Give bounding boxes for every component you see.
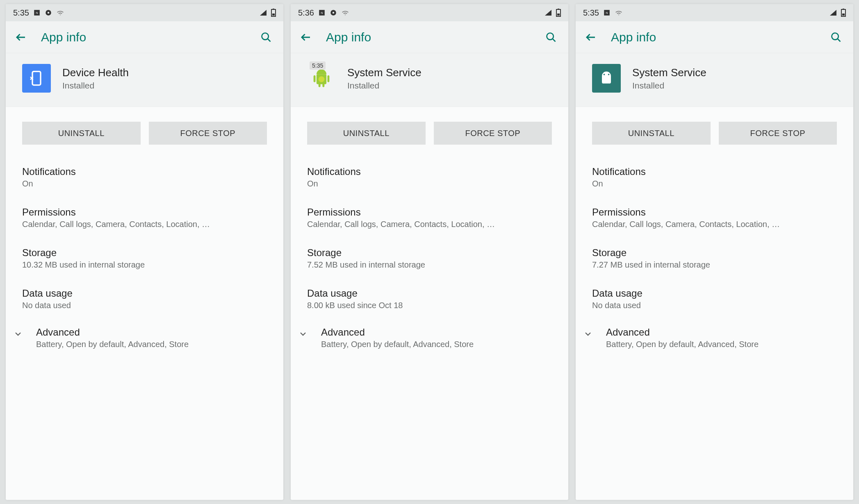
svg-point-28: [832, 33, 838, 39]
chevron-down-icon: [298, 329, 309, 339]
svg-text:N: N: [606, 11, 608, 15]
page-title: App info: [611, 30, 830, 44]
app-bar: App info: [6, 21, 283, 53]
status-bar: 5:35 N: [576, 4, 853, 21]
svg-rect-18: [314, 75, 316, 82]
back-button[interactable]: [15, 31, 29, 43]
item-subtitle: 7.52 MB used in internal storage: [307, 260, 552, 270]
app-icon: [22, 64, 51, 93]
app-header: Device Health Installed: [6, 53, 283, 107]
force-stop-button[interactable]: FORCE STOP: [719, 122, 837, 145]
svg-rect-6: [272, 14, 275, 16]
item-title: Data usage: [307, 288, 552, 299]
item-subtitle: 8.00 kB used since Oct 18: [307, 301, 552, 310]
advanced-item[interactable]: Advanced Battery, Open by default, Advan…: [6, 319, 283, 358]
back-button[interactable]: [300, 31, 314, 43]
permissions-item[interactable]: Permissions Calendar, Call logs, Camera,…: [6, 198, 283, 238]
app-header: System Service Installed: [576, 53, 853, 107]
status-bar: 5:36 N: [291, 4, 568, 21]
force-stop-button[interactable]: FORCE STOP: [149, 122, 267, 145]
app-icon: [592, 64, 621, 93]
item-subtitle: 7.27 MB used in internal storage: [592, 260, 837, 270]
item-title: Permissions: [307, 207, 552, 218]
uninstall-button[interactable]: UNINSTALL: [307, 122, 426, 145]
battery-icon: [271, 9, 276, 17]
wifi-icon: [615, 9, 623, 16]
item-subtitle: Battery, Open by default, Advanced, Stor…: [606, 340, 837, 349]
nfc-icon: N: [33, 9, 41, 16]
data-usage-item[interactable]: Data usage No data used: [6, 279, 283, 319]
item-title: Storage: [22, 247, 267, 259]
action-buttons: UNINSTALL FORCE STOP: [576, 107, 853, 155]
icon-time-badge: 5:35: [310, 61, 326, 70]
item-subtitle: Calendar, Call logs, Camera, Contacts, L…: [592, 220, 837, 229]
item-subtitle: 10.32 MB used in internal storage: [22, 260, 267, 270]
action-buttons: UNINSTALL FORCE STOP: [6, 107, 283, 155]
svg-rect-8: [32, 71, 41, 85]
search-button[interactable]: [260, 32, 274, 43]
data-usage-item[interactable]: Data usage 8.00 kB used since Oct 18: [291, 279, 568, 319]
storage-item[interactable]: Storage 7.27 MB used in internal storage: [576, 238, 853, 279]
app-status: Installed: [632, 81, 706, 91]
storage-item[interactable]: Storage 10.32 MB used in internal storag…: [6, 238, 283, 279]
status-time: 5:36: [298, 8, 314, 18]
permissions-item[interactable]: Permissions Calendar, Call logs, Camera,…: [576, 198, 853, 238]
svg-rect-19: [328, 75, 330, 82]
item-subtitle: No data used: [592, 301, 837, 310]
item-subtitle: Battery, Open by default, Advanced, Stor…: [321, 340, 552, 349]
uninstall-button[interactable]: UNINSTALL: [22, 122, 141, 145]
item-subtitle: Calendar, Call logs, Camera, Contacts, L…: [307, 220, 552, 229]
storage-item[interactable]: Storage 7.52 MB used in internal storage: [291, 238, 568, 279]
signal-icon: [260, 9, 267, 16]
settings-list: Notifications On Permissions Calendar, C…: [6, 155, 283, 500]
svg-point-7: [262, 33, 269, 39]
app-header: 5:35 System Service Installed: [291, 53, 568, 107]
item-title: Advanced: [321, 327, 552, 338]
permissions-item[interactable]: Permissions Calendar, Call logs, Camera,…: [291, 198, 568, 238]
advanced-item[interactable]: Advanced Battery, Open by default, Advan…: [291, 319, 568, 358]
item-title: Notifications: [22, 166, 267, 177]
item-subtitle: On: [22, 179, 267, 188]
signal-icon: [829, 9, 837, 16]
back-button[interactable]: [585, 31, 599, 43]
item-title: Advanced: [36, 327, 267, 338]
svg-point-12: [333, 12, 335, 14]
svg-rect-20: [319, 83, 321, 87]
notifications-item[interactable]: Notifications On: [576, 157, 853, 198]
data-usage-item[interactable]: Data usage No data used: [576, 279, 853, 319]
svg-rect-21: [322, 83, 324, 87]
item-title: Notifications: [307, 166, 552, 177]
chevron-down-icon: [583, 329, 594, 339]
advanced-item[interactable]: Advanced Battery, Open by default, Advan…: [576, 319, 853, 358]
item-title: Storage: [592, 247, 837, 259]
uninstall-button[interactable]: UNINSTALL: [592, 122, 711, 145]
battery-icon: [841, 9, 846, 17]
notifications-item[interactable]: Notifications On: [6, 157, 283, 198]
force-stop-button[interactable]: FORCE STOP: [434, 122, 552, 145]
svg-point-22: [319, 76, 325, 82]
search-button[interactable]: [545, 32, 559, 43]
settings-list: Notifications On Permissions Calendar, C…: [576, 155, 853, 500]
app-status: Installed: [347, 81, 422, 91]
svg-rect-15: [557, 14, 560, 16]
signal-icon: [545, 9, 552, 16]
svg-text:N: N: [321, 11, 323, 15]
app-icon: 5:35: [307, 64, 336, 93]
svg-point-29: [604, 74, 605, 75]
item-subtitle: No data used: [22, 301, 267, 310]
app-name: System Service: [632, 66, 706, 79]
app-status: Installed: [62, 81, 129, 91]
notifications-item[interactable]: Notifications On: [291, 157, 568, 198]
svg-point-16: [547, 33, 554, 39]
phone-screen-1: 5:35 N App info Device Health Installed …: [6, 4, 283, 500]
search-button[interactable]: [830, 32, 844, 43]
status-bar: 5:35 N: [6, 4, 283, 21]
app-bar: App info: [576, 21, 853, 53]
item-subtitle: Calendar, Call logs, Camera, Contacts, L…: [22, 220, 267, 229]
nfc-icon: N: [318, 9, 326, 16]
wifi-icon: [341, 9, 349, 16]
status-time: 5:35: [13, 8, 29, 18]
page-title: App info: [326, 30, 545, 44]
battery-icon: [556, 9, 561, 17]
item-subtitle: On: [307, 179, 552, 188]
